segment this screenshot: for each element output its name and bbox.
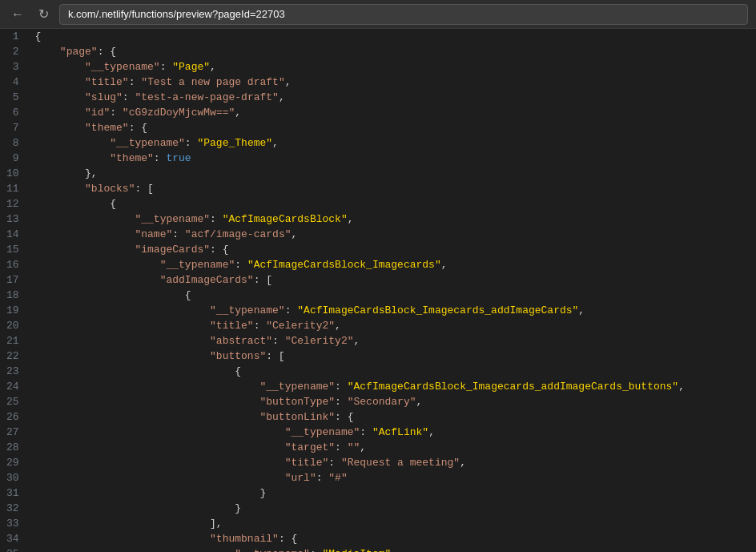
table-row: 14 "name": "acf/image-cards", (0, 227, 756, 242)
line-number: 25 (0, 394, 29, 409)
table-row: 31 } (0, 486, 756, 501)
back-button[interactable]: ← (8, 5, 27, 24)
line-content: "buttonLink": { (29, 409, 756, 425)
table-row: 28 "target": "", (0, 440, 756, 455)
table-row: 2 "page": { (0, 44, 756, 59)
line-number: 11 (0, 181, 29, 196)
line-content: "theme": true (29, 151, 756, 166)
line-content: "url": "#" (29, 470, 756, 486)
line-number: 7 (0, 120, 29, 135)
line-number: 31 (0, 486, 29, 501)
table-row: 33 ], (0, 516, 756, 531)
line-content: "__typename": "AcfLink", (29, 425, 756, 440)
line-number: 35 (0, 546, 29, 552)
refresh-button[interactable]: ↻ (34, 5, 53, 24)
table-row: 8 "__typename": "Page_Theme", (0, 135, 756, 151)
line-number: 19 (0, 303, 29, 318)
line-content: "__typename": "AcfImageCardsBlock_Imagec… (29, 257, 756, 272)
line-content: "slug": "test-a-new-page-draft", (29, 90, 756, 105)
line-number: 9 (0, 151, 29, 166)
table-row: 34 "thumbnail": { (0, 531, 756, 546)
line-number: 15 (0, 242, 29, 257)
line-content: "__typename": "Page", (29, 59, 756, 75)
line-content: "title": "Test a new page draft", (29, 75, 756, 90)
line-number: 20 (0, 318, 29, 333)
line-content: "target": "", (29, 440, 756, 455)
table-row: 4 "title": "Test a new page draft", (0, 75, 756, 90)
line-content: "title": "Celerity2", (29, 318, 756, 333)
line-number: 13 (0, 212, 29, 227)
line-content: "addImageCards": [ (29, 272, 756, 288)
line-number: 30 (0, 470, 29, 486)
line-number: 34 (0, 531, 29, 546)
line-number: 27 (0, 425, 29, 440)
table-row: 12 { (0, 196, 756, 212)
line-content: "page": { (29, 44, 756, 59)
line-number: 28 (0, 440, 29, 455)
line-content: "title": "Request a meeting", (29, 455, 756, 470)
table-row: 9 "theme": true (0, 151, 756, 166)
table-row: 20 "title": "Celerity2", (0, 318, 756, 333)
line-number: 1 (0, 29, 29, 44)
line-content: "__typename": "AcfImageCardsBlock_Imagec… (29, 303, 756, 318)
browser-toolbar: ← ↻ (0, 0, 756, 29)
line-content: "__typename": "AcfImageCardsBlock", (29, 212, 756, 227)
table-row: 5 "slug": "test-a-new-page-draft", (0, 90, 756, 105)
line-content: { (29, 196, 756, 212)
line-number: 32 (0, 501, 29, 516)
line-content: "__typename": "MediaItem", (29, 546, 756, 552)
line-number: 5 (0, 90, 29, 105)
table-row: 32 } (0, 501, 756, 516)
address-bar[interactable] (59, 4, 748, 25)
table-row: 25 "buttonType": "Secondary", (0, 394, 756, 409)
table-row: 3 "__typename": "Page", (0, 59, 756, 75)
table-row: 22 "buttons": [ (0, 349, 756, 364)
table-row: 35 "__typename": "MediaItem", (0, 546, 756, 552)
table-row: 26 "buttonLink": { (0, 409, 756, 425)
table-row: 6 "id": "cG9zdDoyMjcwMw==", (0, 105, 756, 120)
code-table: 1{2 "page": {3 "__typename": "Page",4 "t… (0, 29, 756, 552)
line-number: 17 (0, 272, 29, 288)
line-number: 23 (0, 364, 29, 379)
line-content: "buttonType": "Secondary", (29, 394, 756, 409)
line-content: "abstract": "Celerity2", (29, 333, 756, 349)
line-content: } (29, 501, 756, 516)
line-number: 26 (0, 409, 29, 425)
line-content: "thumbnail": { (29, 531, 756, 546)
line-number: 29 (0, 455, 29, 470)
table-row: 23 { (0, 364, 756, 379)
table-row: 18 { (0, 288, 756, 303)
line-number: 6 (0, 105, 29, 120)
line-number: 4 (0, 75, 29, 90)
line-content: "name": "acf/image-cards", (29, 227, 756, 242)
line-content: "theme": { (29, 120, 756, 135)
table-row: 15 "imageCards": { (0, 242, 756, 257)
line-number: 33 (0, 516, 29, 531)
table-row: 27 "__typename": "AcfLink", (0, 425, 756, 440)
line-content: "blocks": [ (29, 181, 756, 196)
table-row: 7 "theme": { (0, 120, 756, 135)
line-content: "__typename": "Page_Theme", (29, 135, 756, 151)
table-row: 10 }, (0, 166, 756, 181)
line-content: } (29, 486, 756, 501)
table-row: 29 "title": "Request a meeting", (0, 455, 756, 470)
table-row: 11 "blocks": [ (0, 181, 756, 196)
code-viewer: 1{2 "page": {3 "__typename": "Page",4 "t… (0, 29, 756, 552)
line-number: 24 (0, 379, 29, 394)
table-row: 19 "__typename": "AcfImageCardsBlock_Ima… (0, 303, 756, 318)
table-row: 24 "__typename": "AcfImageCardsBlock_Ima… (0, 379, 756, 394)
line-number: 16 (0, 257, 29, 272)
line-content: "imageCards": { (29, 242, 756, 257)
table-row: 21 "abstract": "Celerity2", (0, 333, 756, 349)
line-content: { (29, 29, 756, 44)
line-content: { (29, 364, 756, 379)
line-number: 14 (0, 227, 29, 242)
line-content: }, (29, 166, 756, 181)
line-content: "buttons": [ (29, 349, 756, 364)
line-number: 22 (0, 349, 29, 364)
line-number: 18 (0, 288, 29, 303)
table-row: 16 "__typename": "AcfImageCardsBlock_Ima… (0, 257, 756, 272)
line-number: 8 (0, 135, 29, 151)
line-content: "__typename": "AcfImageCardsBlock_Imagec… (29, 379, 756, 394)
table-row: 30 "url": "#" (0, 470, 756, 486)
